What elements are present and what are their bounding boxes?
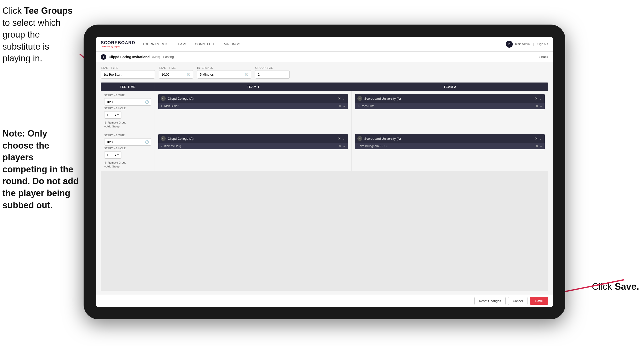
table-row: STARTING TIME: 10:05 🕐 STARTING HOLE: 1 …: [101, 131, 548, 171]
tablet-frame: SCOREBOARD Powered by clippd TOURNAMENTS…: [84, 24, 565, 319]
intervals-caret: 🕐: [245, 73, 248, 76]
reset-changes-button[interactable]: Reset Changes: [474, 297, 506, 305]
group1-team2-expand[interactable]: ⌄: [539, 96, 542, 100]
start-time-select[interactable]: 10:00 🕐: [159, 70, 193, 79]
g2p2-close[interactable]: ✕: [536, 144, 538, 148]
stepper-icon: ▲▼: [114, 114, 119, 116]
config-row: Start Type 1st Tee Start ⌄ Start Time 10…: [101, 66, 548, 79]
user-avatar: B: [506, 41, 513, 48]
group-size-select[interactable]: 2 ⌄: [255, 70, 290, 79]
svg-line-3: [563, 280, 624, 292]
start-time-label: Start Time: [159, 66, 193, 69]
g2p1-expand[interactable]: ⌄: [343, 144, 345, 148]
group1-team1-player1[interactable]: 1. Rich Butler ✕ ⌄: [158, 103, 348, 109]
g2p2-expand[interactable]: ⌄: [540, 144, 542, 148]
sign-out-link[interactable]: Sign out: [537, 42, 548, 46]
group1-team1-icon: C: [161, 96, 166, 101]
group2-team1-header: C Clippd College (A) ✕ ⌄: [158, 134, 348, 143]
group1-team2-header: S Scoreboard University (A) ✕ ⌄: [355, 94, 545, 103]
group1-team1-card[interactable]: C Clippd College (A) ✕ ⌄ 1. Rich: [158, 94, 348, 109]
nav-teams[interactable]: TEAMS: [176, 41, 188, 47]
group1-left: STARTING TIME: 10:00 🕐 STARTING HOLE: 1 …: [101, 91, 155, 131]
group-size-field: Group Size 2 ⌄: [255, 66, 290, 79]
clock-icon2: 🕐: [145, 140, 149, 144]
group2-team1-card[interactable]: C Clippd College (A) ✕ ⌄ 2. Blair: [158, 134, 348, 149]
group-size-label: Group Size: [255, 66, 290, 69]
group1-team2-close[interactable]: ✕: [535, 96, 538, 100]
user-name: blair admin: [515, 42, 530, 46]
col-team1: Team 1: [155, 82, 352, 91]
hosting-label: Hosting: [163, 55, 174, 59]
cancel-button[interactable]: Cancel: [508, 297, 527, 305]
player1-expand[interactable]: ⌄: [343, 104, 345, 108]
player1-close[interactable]: ✕: [339, 104, 342, 108]
add-group-button[interactable]: + Add Group: [104, 125, 151, 128]
navbar: SCOREBOARD Powered by clippd TOURNAMENTS…: [96, 37, 553, 51]
sub-header: B Clippd Spring Invitational (Men) Hosti…: [96, 51, 553, 62]
player2-expand[interactable]: ⌄: [540, 104, 542, 108]
stepper-icon2: ▲▼: [114, 154, 119, 156]
group2-team2-player1[interactable]: Dave Billingham (SUB) ✕ ⌄: [355, 143, 545, 149]
group2-team1-expand[interactable]: ⌄: [342, 137, 345, 140]
start-time-caret: 🕐: [187, 73, 190, 76]
nav-tournaments[interactable]: TOURNAMENTS: [142, 41, 168, 47]
table-row: STARTING TIME: 10:00 🕐 STARTING HOLE: 1 …: [101, 91, 548, 131]
group2-team2-icon: S: [358, 136, 362, 141]
start-type-caret: ⌄: [150, 73, 152, 76]
group2-time-label: STARTING TIME:: [104, 134, 151, 137]
group1-team1-name: Clippd College (A): [168, 97, 336, 100]
nav-rankings[interactable]: RANKINGS: [222, 41, 240, 47]
group2-team1-close[interactable]: ✕: [338, 137, 341, 140]
tablet-screen: SCOREBOARD Powered by clippd TOURNAMENTS…: [96, 37, 553, 307]
schedule-table: Tee Time Team 1 Team 2 STARTING TIME: 10…: [101, 82, 548, 291]
tournament-gender: (Men): [152, 55, 160, 59]
group2-team1-icon: C: [161, 136, 166, 141]
group2-team2-cell: S Scoreboard University (A) ✕ ⌄ D: [352, 131, 548, 171]
group-size-caret: ⌄: [284, 73, 287, 76]
group1-hole-input[interactable]: 1 ▲▼: [104, 111, 122, 119]
instruction-tee-groups: Click Tee Groups to select which group t…: [0, 0, 76, 65]
clock-icon: 🕐: [145, 100, 149, 104]
group2-team1-player1[interactable]: 2. Blair McHarg ✕ ⌄: [158, 143, 348, 149]
save-button[interactable]: Save: [530, 297, 548, 305]
nav-links: TOURNAMENTS TEAMS COMMITTEE RANKINGS: [142, 41, 506, 47]
action-bar: Reset Changes Cancel Save: [96, 295, 553, 307]
group2-team1-cell: C Clippd College (A) ✕ ⌄ 2. Blair: [155, 131, 352, 171]
col-tee-time: Tee Time: [101, 82, 155, 91]
remove-group-button[interactable]: 🗑 Remove Group: [104, 161, 151, 164]
group1-hole-label: STARTING HOLE:: [104, 107, 151, 110]
group2-team2-header: S Scoreboard University (A) ✕ ⌄: [355, 134, 545, 143]
powered-by-text: Powered by clippd: [101, 45, 135, 48]
group1-actions: 🗑 Remove Group + Add Group: [104, 121, 151, 128]
group1-team2-name: Scoreboard University (A): [364, 97, 533, 100]
group2-team1-name: Clippd College (A): [168, 137, 336, 140]
g2p1-close[interactable]: ✕: [339, 144, 342, 148]
group1-time-input[interactable]: 10:00 🕐: [104, 98, 151, 106]
group2-left: STARTING TIME: 10:05 🕐 STARTING HOLE: 1 …: [101, 131, 155, 171]
group1-team1-expand[interactable]: ⌄: [342, 96, 345, 100]
group2-team2-close[interactable]: ✕: [535, 137, 538, 140]
nav-right: B blair admin | Sign out: [506, 41, 548, 48]
main-content: Start Type 1st Tee Start ⌄ Start Time 10…: [96, 62, 553, 295]
group2-team2-expand[interactable]: ⌄: [539, 137, 542, 140]
table-body: STARTING TIME: 10:00 🕐 STARTING HOLE: 1 …: [101, 91, 548, 291]
group2-time-input[interactable]: 10:05 🕐: [104, 138, 151, 146]
player2-close[interactable]: ✕: [536, 104, 538, 108]
intervals-select[interactable]: 5 Minutes 🕐: [197, 70, 251, 79]
col-team2: Team 2: [352, 82, 548, 91]
start-type-select[interactable]: 1st Tee Start ⌄: [101, 70, 155, 79]
group1-team1-close[interactable]: ✕: [338, 96, 341, 100]
group1-team2-card[interactable]: S Scoreboard University (A) ✕ ⌄ 1: [355, 94, 545, 109]
group1-team2-player1[interactable]: 1. Rees Britt ✕ ⌄: [355, 103, 545, 109]
back-button[interactable]: ‹ Back: [539, 55, 548, 59]
group2-team2-card[interactable]: S Scoreboard University (A) ✕ ⌄ D: [355, 134, 545, 149]
nav-committee[interactable]: COMMITTEE: [195, 41, 215, 47]
group2-hole-input[interactable]: 1 ▲▼: [104, 151, 122, 159]
intervals-label: Intervals: [197, 66, 251, 69]
group1-team1-header: C Clippd College (A) ✕ ⌄: [158, 94, 348, 103]
trash-icon2: 🗑: [104, 161, 107, 164]
remove-group-button[interactable]: 🗑 Remove Group: [104, 121, 151, 124]
save-arrow: [556, 275, 629, 297]
add-group-button[interactable]: + Add Group: [104, 165, 151, 168]
group1-team1-cell: C Clippd College (A) ✕ ⌄ 1. Rich: [155, 91, 352, 131]
